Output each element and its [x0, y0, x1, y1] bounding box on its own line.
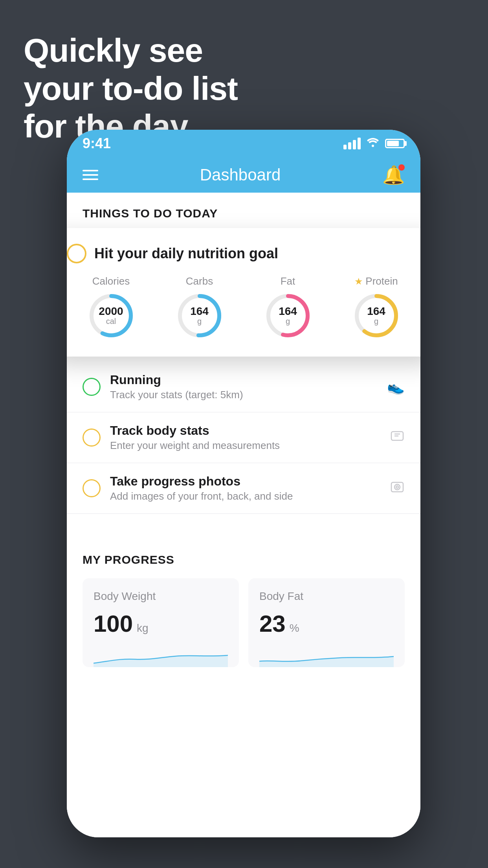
todo-title-photos: Take progress photos [110, 474, 380, 489]
todo-item-body-stats[interactable]: Track body stats Enter your weight and m… [67, 412, 420, 463]
status-time: 9:41 [83, 135, 111, 152]
todo-subtitle-running: Track your stats (target: 5km) [110, 389, 378, 401]
body-fat-value: 23 [259, 612, 286, 636]
notification-dot [398, 164, 405, 171]
hamburger-menu[interactable] [83, 170, 98, 180]
star-icon: ★ [354, 276, 363, 287]
body-fat-card-title: Body Fat [259, 590, 394, 603]
nutrition-card: Hit your daily nutrition goal Calories 2… [67, 228, 420, 357]
headline-text: Quickly see your to-do list for the day. [24, 31, 238, 145]
body-fat-chart [259, 644, 394, 667]
status-bar: 9:41 [67, 130, 420, 157]
calories-value: 2000 [99, 306, 123, 317]
calories-item: Calories 2000 cal [88, 275, 135, 339]
nav-title: Dashboard [200, 166, 281, 184]
nav-bar: Dashboard 🔔 [67, 157, 420, 193]
todo-subtitle-body-stats: Enter your weight and measurements [110, 440, 380, 452]
protein-unit: g [367, 317, 385, 326]
protein-value: 164 [367, 306, 385, 317]
progress-cards: Body Weight 100 kg Body Fat [83, 578, 405, 667]
calories-label: Calories [92, 275, 130, 287]
todo-circle-body-stats [83, 428, 101, 447]
nutrition-check-circle[interactable] [67, 244, 86, 263]
photo-icon [390, 479, 405, 498]
todo-circle-photos [83, 479, 101, 497]
svg-point-0 [372, 145, 374, 147]
protein-chart: 164 g [353, 292, 400, 339]
progress-section-title: MY PROGRESS [83, 553, 405, 566]
todo-item-photos[interactable]: Take progress photos Add images of your … [67, 463, 420, 514]
body-weight-card-title: Body Weight [94, 590, 228, 603]
things-todo-header: THINGS TO DO TODAY [67, 193, 420, 228]
svg-point-14 [396, 486, 398, 488]
fat-chart: 164 g [264, 292, 312, 339]
svg-point-13 [394, 484, 400, 490]
todo-title-running: Running [110, 373, 378, 387]
content-area: THINGS TO DO TODAY Hit your daily nutrit… [67, 193, 420, 837]
todo-title-body-stats: Track body stats [110, 423, 380, 438]
carbs-value: 164 [190, 306, 209, 317]
carbs-label: Carbs [186, 275, 213, 287]
todo-list: Running Track your stats (target: 5km) 👟… [67, 362, 420, 514]
fat-label: Fat [281, 275, 295, 287]
status-icons [343, 137, 405, 150]
fat-value: 164 [279, 306, 297, 317]
notifications-button[interactable]: 🔔 [382, 164, 405, 186]
body-weight-unit: kg [137, 622, 149, 634]
nutrition-card-title: Hit your daily nutrition goal [94, 245, 278, 262]
body-weight-value: 100 [94, 612, 133, 636]
fat-unit: g [279, 317, 297, 326]
body-fat-unit: % [290, 622, 299, 634]
protein-item: ★ Protein 164 g [353, 275, 400, 339]
svg-rect-12 [391, 482, 403, 492]
progress-section: MY PROGRESS Body Weight 100 kg [67, 537, 420, 667]
running-icon: 👟 [387, 379, 405, 395]
protein-label: Protein [365, 275, 398, 287]
todo-item-running[interactable]: Running Track your stats (target: 5km) 👟 [67, 362, 420, 412]
todo-subtitle-photos: Add images of your front, back, and side [110, 490, 380, 502]
battery-icon [385, 139, 405, 148]
todo-text-running: Running Track your stats (target: 5km) [110, 373, 378, 401]
body-fat-value-row: 23 % [259, 612, 394, 636]
calories-chart: 2000 cal [88, 292, 135, 339]
scale-icon [390, 428, 405, 447]
signal-icon [343, 138, 361, 149]
carbs-chart: 164 g [176, 292, 223, 339]
wifi-icon [366, 137, 380, 150]
body-fat-card[interactable]: Body Fat 23 % [248, 578, 405, 667]
todo-circle-running [83, 378, 101, 396]
carbs-item: Carbs 164 g [176, 275, 223, 339]
body-weight-card[interactable]: Body Weight 100 kg [83, 578, 239, 667]
phone-mockup: 9:41 Dashboard [67, 130, 420, 837]
nutrition-row: Calories 2000 cal Carbs [67, 275, 420, 339]
body-weight-chart [94, 644, 228, 667]
fat-item: Fat 164 g [264, 275, 312, 339]
body-weight-value-row: 100 kg [94, 612, 228, 636]
todo-text-photos: Take progress photos Add images of your … [110, 474, 380, 502]
todo-text-body-stats: Track body stats Enter your weight and m… [110, 423, 380, 452]
calories-unit: cal [99, 317, 123, 326]
carbs-unit: g [190, 317, 209, 326]
